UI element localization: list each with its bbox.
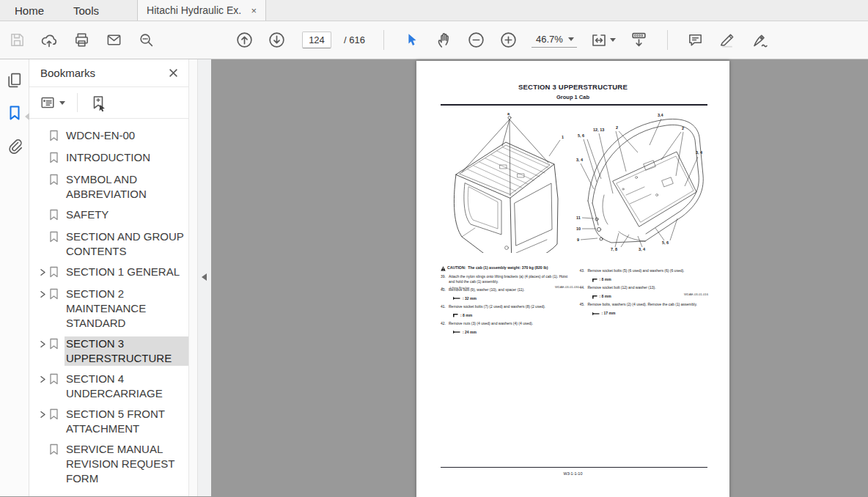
- bookmarks-panel-button[interactable]: [3, 101, 26, 125]
- tool-size-note: : 32 mm: [452, 296, 570, 301]
- bookmark-options-button[interactable]: [35, 92, 70, 114]
- bookmark-label[interactable]: SAFETY: [65, 207, 188, 222]
- highlight-button[interactable]: [716, 28, 740, 53]
- tool-size: : 8 mm: [600, 277, 611, 282]
- hand-icon: [435, 32, 453, 49]
- hex-wrench-icon: [452, 313, 458, 317]
- close-tab-icon[interactable]: ×: [251, 5, 257, 16]
- tab-document[interactable]: Hitachi Hydraulic Ex... ×: [137, 0, 266, 21]
- bookmark-item[interactable]: SECTION 5 FRONT ATTACHMENT: [29, 404, 188, 439]
- bookmark-indent: [37, 150, 49, 154]
- tool-size: : 24 mm: [463, 330, 477, 335]
- zoom-level-dropdown[interactable]: 46.7%: [532, 32, 577, 48]
- envelope-icon: [106, 32, 122, 48]
- page-number-input[interactable]: 124: [302, 32, 331, 48]
- previous-page-button[interactable]: [232, 28, 257, 53]
- bookmark-item[interactable]: SYMBOL AND ABBREVIATION: [29, 169, 188, 205]
- add-bookmark-icon: [89, 94, 107, 112]
- bookmark-ribbon: [49, 372, 65, 388]
- bookmark-expand-toggle[interactable]: [37, 287, 49, 298]
- next-page-button[interactable]: [264, 28, 289, 53]
- document-viewport[interactable]: SECTION 3 UPPERSTRUCTURE Group 1 Cab: [211, 59, 868, 496]
- page-thumbnails-icon: [5, 71, 23, 89]
- expand-chevron-icon[interactable]: [40, 290, 46, 298]
- bookmark-label[interactable]: SECTION 1 GENERAL: [65, 265, 188, 279]
- fit-width-button[interactable]: [587, 28, 619, 53]
- share-button[interactable]: [37, 28, 62, 53]
- tool-size-note: : 24 mm: [452, 330, 570, 335]
- instructions-right-column: 43.Remove socket bolts (5) (6 used) and …: [580, 265, 710, 337]
- bookmark-expand-toggle[interactable]: [37, 265, 49, 276]
- bookmark-label[interactable]: SECTION AND GROUP CONTENTS: [65, 229, 188, 259]
- page-up-icon: [235, 31, 254, 49]
- caution-label: CAUTION:: [447, 265, 466, 270]
- figure-callout-label: 3, 4: [576, 158, 584, 162]
- bookmark-ribbon: [49, 442, 65, 458]
- zoom-in-button[interactable]: [496, 28, 521, 53]
- bookmark-expand-toggle[interactable]: [37, 336, 49, 348]
- bookmark-item[interactable]: SECTION 4 UNDERCARRIAGE: [29, 369, 188, 404]
- save-icon: [9, 32, 26, 48]
- page-thumbnails-button[interactable]: [3, 68, 26, 92]
- step-text: Remove socket bolts (5) (6 used) and was…: [588, 268, 710, 273]
- tab-home[interactable]: Home: [0, 0, 59, 21]
- panel-scrollbar[interactable]: [188, 59, 197, 496]
- tab-tools[interactable]: Tools: [59, 0, 114, 21]
- save-button[interactable]: [4, 28, 29, 53]
- figure-callout-label: 5, 6: [662, 240, 669, 245]
- expand-chevron-icon[interactable]: [40, 375, 46, 383]
- fill-sign-button[interactable]: [748, 28, 773, 53]
- comment-button[interactable]: [683, 28, 708, 53]
- footer-rule: [441, 467, 707, 468]
- search-button[interactable]: [133, 28, 158, 53]
- select-tool-button[interactable]: [400, 28, 424, 53]
- procedure-step: 40.Remove bolt (9), washer (10), and spa…: [441, 287, 570, 292]
- bookmark-item[interactable]: SECTION AND GROUP CONTENTS: [29, 227, 188, 262]
- bookmark-label[interactable]: SECTION 2 MAINTENANCE STANDARD: [65, 287, 188, 331]
- close-panel-icon[interactable]: [169, 68, 178, 78]
- zoom-out-button[interactable]: [464, 28, 489, 53]
- expand-chevron-icon[interactable]: [40, 340, 46, 348]
- expand-chevron-icon[interactable]: [40, 268, 46, 276]
- hand-tool-button[interactable]: [432, 28, 457, 53]
- scroll-mode-button[interactable]: [627, 28, 652, 53]
- attachments-button[interactable]: [3, 134, 26, 158]
- page-footer-number: W3-1-1-10: [416, 471, 729, 476]
- tool-size-note: : 8 mm: [592, 277, 710, 282]
- fit-width-icon: [590, 32, 608, 49]
- procedure-step: 42.Remove nuts (3) (4 used) and washers …: [441, 321, 570, 326]
- bookmark-item[interactable]: INTRODUCTION: [29, 147, 188, 169]
- bookmark-ribbon-icon: [49, 209, 59, 221]
- bookmark-label[interactable]: SECTION 4 UNDERCARRIAGE: [65, 372, 188, 401]
- panel-collapse-gutter[interactable]: [197, 59, 211, 496]
- expand-chevron-icon[interactable]: [40, 411, 46, 419]
- procedure-step: 39.Attach the nylon slings onto lifting …: [441, 274, 570, 284]
- search-icon: [138, 32, 155, 48]
- figure-callout-label: 3, 4: [696, 150, 703, 155]
- bookmark-item[interactable]: WDCN-EN-00: [29, 125, 188, 147]
- bookmark-label[interactable]: WDCN-EN-00: [65, 128, 188, 143]
- bookmark-label[interactable]: SECTION 5 FRONT ATTACHMENT: [65, 407, 188, 436]
- bookmark-item[interactable]: SAFETY: [29, 205, 188, 227]
- bookmark-item[interactable]: SERVICE MANUAL REVISION REQUEST FORM: [29, 439, 188, 489]
- zoom-level-value: 46.7%: [536, 34, 563, 45]
- bookmark-label[interactable]: SYMBOL AND ABBREVIATION: [65, 172, 188, 202]
- email-button[interactable]: [101, 28, 126, 53]
- print-button[interactable]: [69, 28, 94, 53]
- bookmark-label[interactable]: SECTION 3 UPPERSTRUCTURE: [65, 336, 188, 366]
- bookmark-ribbon: [49, 229, 65, 246]
- bookmark-item[interactable]: SECTION 2 MAINTENANCE STANDARD: [29, 284, 188, 334]
- collapse-panel-icon[interactable]: [202, 273, 207, 281]
- bookmark-expand-toggle[interactable]: [37, 372, 49, 383]
- procedure-step: 43.Remove socket bolts (5) (6 used) and …: [580, 268, 710, 273]
- bookmark-item[interactable]: SECTION 1 GENERAL: [29, 262, 188, 284]
- procedure-step: 41.Remove socket bolts (7) (2 used) and …: [441, 304, 570, 309]
- bookmark-item[interactable]: SECTION 3 UPPERSTRUCTURE: [29, 334, 188, 369]
- procedure-step: 44.Remove socket bolt (12) and washer (1…: [580, 285, 710, 290]
- bookmark-label[interactable]: SERVICE MANUAL REVISION REQUEST FORM: [65, 442, 188, 486]
- bookmark-indent: [37, 442, 49, 446]
- add-bookmark-button[interactable]: [85, 91, 111, 115]
- bookmark-expand-toggle[interactable]: [37, 407, 49, 419]
- bookmark-label[interactable]: INTRODUCTION: [65, 150, 188, 165]
- wrench-icon: [592, 312, 600, 316]
